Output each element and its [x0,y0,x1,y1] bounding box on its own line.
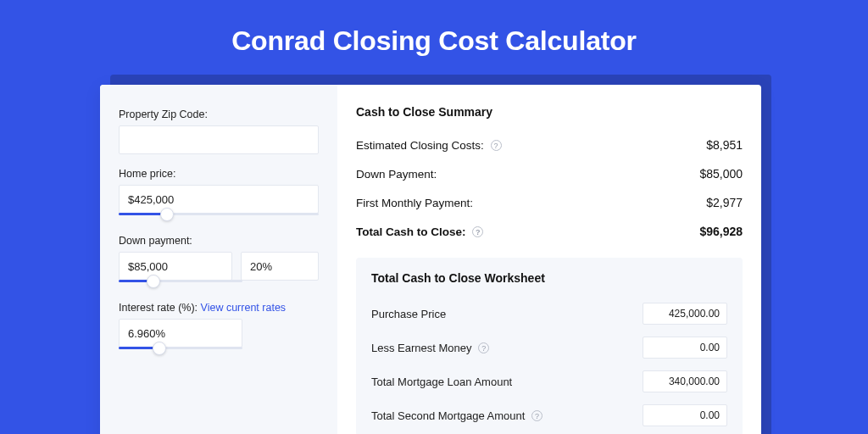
home-price-slider[interactable] [119,213,319,221]
down-payment-slider[interactable] [119,280,242,288]
interest-slider[interactable] [119,347,242,355]
down-payment-label: Down payment: [119,235,319,247]
zip-input[interactable] [119,125,319,154]
page-title: Conrad Closing Cost Calculator [0,25,868,57]
slider-thumb-icon[interactable] [153,342,166,355]
summary-row-label: Down Payment: [356,168,437,181]
home-price-label: Home price: [119,168,319,180]
worksheet-row-input[interactable] [643,303,727,325]
summary-heading: Cash to Close Summary [356,97,743,131]
summary-row: First Monthly Payment: $2,977 [356,188,743,217]
down-payment-pct-input[interactable] [241,252,319,281]
worksheet-row-label: Total Mortgage Loan Amount [371,376,512,388]
worksheet-row: Purchase Price [371,297,727,331]
down-payment-input[interactable] [119,252,232,281]
summary-row-value: $2,977 [706,196,743,209]
slider-thumb-icon[interactable] [147,275,160,288]
summary-total-row: Total Cash to Close: ? $96,928 [356,217,743,246]
interest-input[interactable] [119,319,242,348]
worksheet-row-label: Less Earnest Money [371,342,472,354]
worksheet-row-label: Purchase Price [371,308,446,320]
help-icon[interactable]: ? [472,226,483,237]
worksheet-block: Total Cash to Close Worksheet Purchase P… [356,258,743,434]
home-price-input[interactable] [119,185,319,214]
summary-total-label: Total Cash to Close: [356,225,466,238]
summary-row-label: First Monthly Payment: [356,197,473,209]
interest-label: Interest rate (%): View current rates [119,302,319,314]
view-rates-link[interactable]: View current rates [201,302,287,314]
slider-thumb-icon[interactable] [160,208,174,221]
help-icon[interactable]: ? [478,342,489,353]
help-icon[interactable]: ? [491,140,502,151]
worksheet-row: Less Earnest Money ? [371,331,727,364]
summary-total-value: $96,928 [699,225,743,238]
summary-row: Estimated Closing Costs: ? $8,951 [356,131,743,159]
right-panel: Cash to Close Summary Estimated Closing … [337,85,761,434]
summary-row: Down Payment: $85,000 [356,159,743,188]
worksheet-row-input[interactable] [643,337,727,359]
help-icon[interactable]: ? [531,410,542,421]
summary-row-value: $85,000 [699,167,743,181]
summary-row-label: Estimated Closing Costs: [356,139,484,152]
zip-label: Property Zip Code: [119,108,319,120]
summary-row-value: $8,951 [706,138,743,152]
worksheet-row-input[interactable] [643,404,727,426]
worksheet-row-label: Total Second Mortgage Amount [371,409,525,422]
worksheet-row: Total Mortgage Loan Amount [371,364,727,398]
left-panel: Property Zip Code: Home price: Down paym… [100,85,337,434]
worksheet-heading: Total Cash to Close Worksheet [371,271,727,285]
worksheet-row-input[interactable] [643,370,727,392]
worksheet-row: Total Second Mortgage Amount ? [371,398,727,432]
hero: Conrad Closing Cost Calculator [0,0,868,75]
calculator-card: Property Zip Code: Home price: Down paym… [100,85,761,434]
